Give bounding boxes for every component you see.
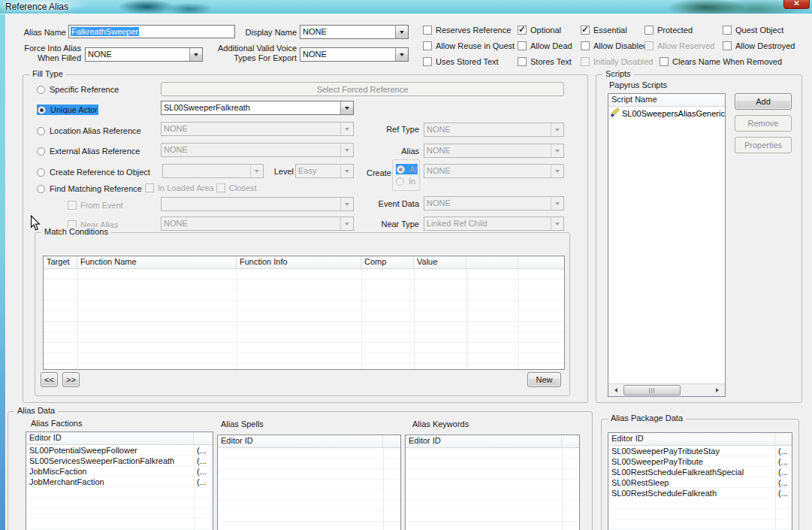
radio-circle bbox=[396, 177, 404, 186]
script-icon bbox=[610, 108, 620, 119]
package-row[interactable]: SL00RestScheduleFalkreath(... bbox=[608, 488, 792, 498]
radio-create-in: In bbox=[396, 176, 415, 186]
column-editor-id[interactable]: Editor ID bbox=[608, 433, 775, 445]
chevron-down-icon bbox=[340, 165, 353, 177]
close-button[interactable]: ✕ bbox=[783, 0, 810, 9]
column-comp[interactable]: Comp bbox=[361, 256, 414, 268]
column-blank-1[interactable] bbox=[466, 256, 518, 268]
chevron-down-icon bbox=[250, 165, 263, 177]
alias-name-label: Alias Name bbox=[6, 28, 66, 38]
column-extra[interactable] bbox=[562, 435, 579, 447]
new-condition-button[interactable]: New bbox=[527, 372, 561, 387]
column-value[interactable]: Value bbox=[414, 256, 466, 268]
chevron-down-icon bbox=[340, 217, 353, 230]
package-list-body[interactable]: SL00SweeperPayTributeStay(... SL00Sweepe… bbox=[608, 446, 792, 530]
checkbox-allow-destroyed[interactable]: Allow Destroyed bbox=[723, 41, 795, 51]
faction-row[interactable]: JobMerchantFaction(... bbox=[26, 477, 213, 487]
checkbox-uses-stored-text[interactable]: Uses Stored Text bbox=[423, 56, 499, 67]
checkbox-box bbox=[581, 57, 590, 66]
column-extra[interactable] bbox=[194, 432, 213, 444]
fill-type-group-label: Fill Type bbox=[29, 69, 66, 78]
package-row[interactable]: SL00SweeperPayTributeStay(... bbox=[608, 446, 792, 456]
voice-types-select[interactable]: NONE bbox=[300, 47, 409, 62]
radio-circle bbox=[38, 106, 46, 114]
checkbox-box bbox=[216, 183, 225, 192]
faction-row[interactable]: JobMiscFaction(... bbox=[26, 466, 213, 477]
force-into-alias-select[interactable]: NONE bbox=[85, 47, 203, 62]
alias-name-input[interactable]: FalkreathSweeper bbox=[68, 25, 235, 38]
column-target[interactable]: Target bbox=[44, 256, 77, 268]
checkbox-box bbox=[660, 57, 669, 66]
reference-alias-window: Reference Alias ✕ Alias Name FalkreathSw… bbox=[0, 0, 812, 530]
column-extra[interactable] bbox=[775, 433, 792, 445]
column-function-name[interactable]: Function Name bbox=[77, 256, 237, 268]
force-into-alias-label: Force Into Alias When Filled bbox=[6, 44, 81, 63]
scripts-group-label: Scripts bbox=[602, 69, 634, 78]
scroll-right-arrow-icon[interactable] bbox=[712, 384, 725, 396]
checkbox-box bbox=[423, 57, 432, 66]
location-alias-select: NONE bbox=[161, 122, 354, 136]
chevron-down-icon bbox=[189, 48, 202, 61]
chevron-down-icon bbox=[395, 26, 408, 38]
keywords-list-body[interactable] bbox=[406, 448, 579, 530]
package-row[interactable]: SL00RestSleep(... bbox=[608, 477, 792, 488]
chevron-down-icon bbox=[551, 123, 563, 136]
checkbox-box bbox=[644, 26, 654, 35]
faction-row[interactable]: SL00PotentialSweepFollower(... bbox=[26, 445, 213, 456]
display-name-select[interactable]: NONE bbox=[300, 25, 409, 39]
radio-find-matching-reference[interactable]: Find Matching Reference bbox=[37, 183, 142, 194]
window-title: Reference Alias bbox=[5, 2, 68, 12]
checkbox-allow-dead[interactable]: Allow Dead bbox=[518, 41, 572, 51]
alias-package-data-group: Alias Package Data Editor ID SL00Sweeper… bbox=[601, 419, 799, 530]
column-editor-id[interactable]: Editor ID bbox=[218, 435, 383, 447]
column-extra[interactable] bbox=[383, 435, 400, 447]
scroll-left-arrow-icon[interactable] bbox=[608, 384, 621, 396]
script-list-item[interactable]: SL00SweepersAliasGenericSc bbox=[608, 107, 725, 119]
script-list-header: Script Name bbox=[608, 94, 725, 107]
checkbox-essential[interactable]: Essential bbox=[581, 25, 627, 35]
radio-create-reference-to-object[interactable]: Create Reference to Object bbox=[37, 167, 150, 177]
checkbox-allow-reserved: Allow Reserved bbox=[644, 41, 714, 51]
checkbox-quest-object[interactable]: Quest Object bbox=[723, 25, 783, 35]
column-script-name[interactable]: Script Name bbox=[608, 94, 725, 106]
radio-circle bbox=[37, 86, 45, 94]
add-script-button[interactable]: Add bbox=[735, 93, 792, 110]
display-name-label: Display Name bbox=[240, 28, 297, 38]
conditions-prev-button[interactable]: << bbox=[41, 372, 58, 387]
checkbox-box bbox=[723, 41, 732, 50]
checkbox-allow-disabled[interactable]: Allow Disabled bbox=[581, 41, 647, 51]
radio-unique-actor[interactable]: Unique Actor bbox=[37, 104, 98, 115]
alias-spells-label: Alias Spells bbox=[221, 419, 264, 429]
spells-list-body[interactable] bbox=[218, 448, 400, 530]
voice-types-label: Additional Valid Voice Types For Export bbox=[211, 44, 297, 63]
column-function-info[interactable]: Function Info bbox=[237, 256, 361, 268]
alias-spells-list: Editor ID bbox=[217, 435, 401, 530]
checkbox-optional[interactable]: Optional bbox=[518, 25, 561, 35]
checkbox-reserves-reference[interactable]: Reserves Reference bbox=[423, 25, 511, 35]
column-blank-2[interactable] bbox=[518, 256, 564, 268]
checkbox-box bbox=[518, 41, 527, 50]
chevron-down-icon bbox=[551, 197, 563, 210]
package-row[interactable]: SL00SweeperPayTribute(... bbox=[608, 456, 792, 467]
column-editor-id[interactable]: Editor ID bbox=[26, 432, 194, 444]
checkbox-clears-name-when-removed[interactable]: Clears Name When Removed bbox=[660, 56, 782, 67]
match-conditions-rows[interactable] bbox=[44, 269, 564, 369]
alias-data-group-label: Alias Data bbox=[14, 406, 58, 415]
radio-location-alias-reference[interactable]: Location Alias Reference bbox=[37, 126, 141, 136]
checkbox-protected[interactable]: Protected bbox=[644, 25, 693, 35]
script-list-body[interactable]: SL00SweepersAliasGenericSc bbox=[608, 107, 725, 396]
conditions-next-button[interactable]: >> bbox=[62, 372, 80, 387]
script-list-hscrollbar[interactable] bbox=[608, 383, 725, 396]
package-row[interactable]: SL00RestScheduleFalkreathSpecial(... bbox=[608, 467, 792, 477]
factions-list-body[interactable]: SL00PotentialSweepFollower(... SL00Servi… bbox=[26, 445, 213, 530]
unique-actor-select[interactable]: SL00SweeperFalkreath bbox=[161, 101, 354, 115]
chevron-down-icon bbox=[551, 217, 563, 230]
faction-row[interactable]: SL00ServicesSweeperFactionFalkreath(... bbox=[26, 456, 213, 466]
checkbox-box bbox=[581, 41, 590, 50]
scrollbar-thumb[interactable] bbox=[623, 385, 681, 395]
radio-specific-reference[interactable]: Specific Reference bbox=[37, 84, 119, 95]
checkbox-stores-text[interactable]: Stores Text bbox=[518, 56, 572, 67]
checkbox-allow-reuse-in-quest[interactable]: Allow Reuse in Quest bbox=[423, 41, 515, 51]
column-editor-id[interactable]: Editor ID bbox=[406, 435, 562, 447]
radio-external-alias-reference[interactable]: External Alias Reference bbox=[37, 146, 140, 156]
